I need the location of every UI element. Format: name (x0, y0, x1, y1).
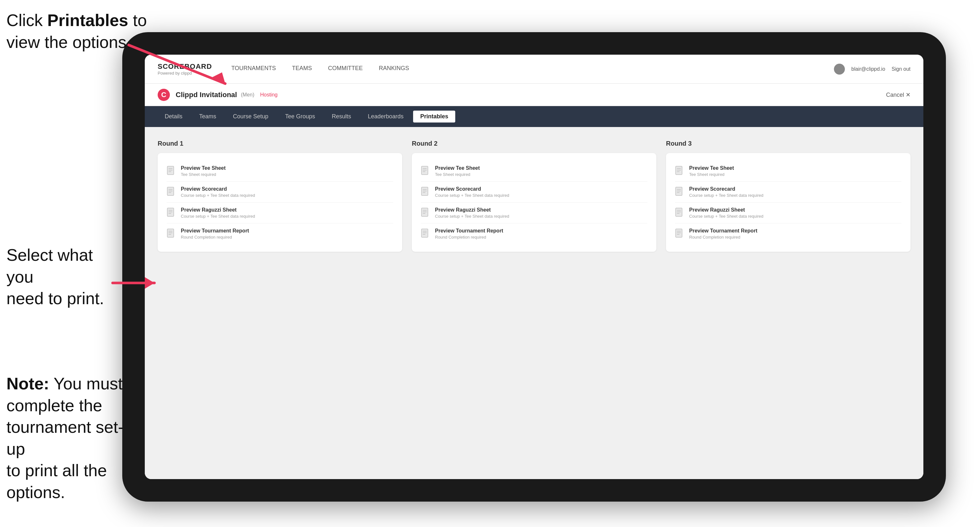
round-3-raguzzi-subtitle: Course setup + Tee Sheet data required (689, 214, 764, 219)
svg-rect-16 (167, 229, 174, 237)
round-1-raguzzi-subtitle: Course setup + Tee Sheet data required (181, 214, 255, 219)
round-3-tournament-report-subtitle: Round Completion required (689, 235, 757, 240)
tab-teams[interactable]: Teams (192, 111, 223, 122)
cancel-button[interactable]: Cancel ✕ (886, 91, 910, 98)
round-2-tournament-report-text: Preview Tournament Report Round Completi… (435, 228, 503, 240)
round-2-tournament-report-title: Preview Tournament Report (435, 228, 503, 234)
round-2-card: Preview Tee Sheet Tee Sheet required (412, 153, 656, 252)
svg-marker-3 (145, 277, 154, 289)
instruction-bottom: Note: You mustcomplete thetournament set… (6, 373, 129, 503)
main-content: Round 1 Preview Tee Sheet Tee S (145, 127, 923, 479)
nav-rankings[interactable]: RANKINGS (379, 65, 409, 73)
round-3-tournament-report[interactable]: Preview Tournament Report Round Completi… (675, 224, 902, 244)
nav-links: TOURNAMENTS TEAMS COMMITTEE RANKINGS (231, 65, 834, 73)
round-2-tournament-report[interactable]: Preview Tournament Report Round Completi… (421, 224, 648, 244)
document-icon (421, 166, 430, 176)
round-2-scorecard[interactable]: Preview Scorecard Course setup + Tee She… (421, 182, 648, 203)
round-1-tee-sheet-subtitle: Tee Sheet required (181, 172, 226, 177)
round-1-scorecard-subtitle: Course setup + Tee Sheet data required (181, 193, 255, 198)
nav-teams[interactable]: TEAMS (292, 65, 312, 73)
round-2-scorecard-subtitle: Course setup + Tee Sheet data required (435, 193, 509, 198)
round-1-raguzzi[interactable]: Preview Raguzzi Sheet Course setup + Tee… (167, 203, 393, 224)
document-icon (675, 187, 684, 197)
tablet-device: SCOREBOARD Powered by clippd TOURNAMENTS… (122, 32, 946, 502)
document-icon (675, 208, 684, 218)
round-1-raguzzi-text: Preview Raguzzi Sheet Course setup + Tee… (181, 207, 255, 219)
instruction-bold: Printables (47, 11, 128, 30)
document-icon (675, 229, 684, 239)
round-2-tee-sheet-subtitle: Tee Sheet required (435, 172, 480, 177)
svg-rect-20 (422, 166, 428, 175)
round-3-tee-sheet-subtitle: Tee Sheet required (689, 172, 734, 177)
instruction-bottom-bold: Note: (6, 374, 49, 393)
round-1-card: Preview Tee Sheet Tee Sheet required (158, 153, 402, 252)
instruction-middle: Select what you need to print. (6, 244, 116, 310)
round-3-tee-sheet[interactable]: Preview Tee Sheet Tee Sheet required (675, 161, 902, 182)
round-1-tournament-report-text: Preview Tournament Report Round Completi… (181, 228, 249, 240)
round-1-scorecard-text: Preview Scorecard Course setup + Tee She… (181, 186, 255, 198)
round-3-card: Preview Tee Sheet Tee Sheet required (666, 153, 910, 252)
round-1-tee-sheet[interactable]: Preview Tee Sheet Tee Sheet required (167, 161, 393, 182)
document-icon (421, 229, 430, 239)
tablet-screen: SCOREBOARD Powered by clippd TOURNAMENTS… (145, 55, 923, 479)
round-3-section: Round 3 Preview Tee Sheet Tee S (666, 140, 910, 252)
round-3-scorecard-text: Preview Scorecard Course setup + Tee She… (689, 186, 764, 198)
sign-out-link[interactable]: Sign out (891, 66, 910, 72)
document-icon (421, 208, 430, 218)
round-3-raguzzi[interactable]: Preview Raguzzi Sheet Course setup + Tee… (675, 203, 902, 224)
round-2-scorecard-text: Preview Scorecard Course setup + Tee She… (435, 186, 509, 198)
round-2-tee-sheet-title: Preview Tee Sheet (435, 165, 480, 171)
round-2-raguzzi-title: Preview Raguzzi Sheet (435, 207, 509, 213)
tournament-status: Hosting (260, 92, 277, 98)
round-3-scorecard-title: Preview Scorecard (689, 186, 764, 192)
round-2-section: Round 2 Preview Tee Sheet Tee S (412, 140, 656, 252)
round-2-scorecard-title: Preview Scorecard (435, 186, 509, 192)
svg-rect-44 (676, 208, 682, 216)
instruction-middle-line1: Select what you (6, 246, 93, 286)
round-1-title: Round 1 (158, 140, 402, 147)
round-3-tee-sheet-title: Preview Tee Sheet (689, 165, 734, 171)
document-icon (167, 208, 176, 218)
svg-rect-36 (676, 166, 682, 175)
tab-details[interactable]: Details (158, 111, 189, 122)
round-2-tee-sheet-text: Preview Tee Sheet Tee Sheet required (435, 165, 480, 177)
svg-rect-48 (676, 229, 682, 237)
round-3-title: Round 3 (666, 140, 910, 147)
svg-rect-40 (676, 187, 682, 195)
round-3-scorecard-subtitle: Course setup + Tee Sheet data required (689, 193, 764, 198)
round-2-tournament-report-subtitle: Round Completion required (435, 235, 503, 240)
round-3-raguzzi-title: Preview Raguzzi Sheet (689, 207, 764, 213)
round-3-raguzzi-text: Preview Raguzzi Sheet Course setup + Tee… (689, 207, 764, 219)
arrow-middle-icon (106, 270, 164, 296)
round-1-tournament-report-subtitle: Round Completion required (181, 235, 249, 240)
user-email: blair@clippd.io (851, 66, 885, 72)
svg-rect-8 (167, 187, 174, 195)
round-2-raguzzi[interactable]: Preview Raguzzi Sheet Course setup + Tee… (421, 203, 648, 224)
tab-printables[interactable]: Printables (413, 111, 455, 122)
nav-user: blair@clippd.io Sign out (834, 63, 910, 75)
round-3-tee-sheet-text: Preview Tee Sheet Tee Sheet required (689, 165, 734, 177)
tab-results[interactable]: Results (325, 111, 358, 122)
instruction-top-text: Click (6, 11, 47, 30)
document-icon (167, 229, 176, 239)
sub-header: C Clippd Invitational (Men) Hosting Canc… (145, 84, 923, 106)
tab-leaderboards[interactable]: Leaderboards (361, 111, 410, 122)
document-icon (167, 187, 176, 197)
round-1-scorecard[interactable]: Preview Scorecard Course setup + Tee She… (167, 182, 393, 203)
svg-rect-24 (422, 187, 428, 195)
round-1-tournament-report[interactable]: Preview Tournament Report Round Completi… (167, 224, 393, 244)
round-1-scorecard-title: Preview Scorecard (181, 186, 255, 192)
round-2-tee-sheet[interactable]: Preview Tee Sheet Tee Sheet required (421, 161, 648, 182)
svg-line-0 (129, 45, 225, 84)
tab-bar: Details Teams Course Setup Tee Groups Re… (145, 106, 923, 127)
svg-rect-28 (422, 208, 428, 216)
document-icon (675, 166, 684, 176)
tab-course-setup[interactable]: Course Setup (226, 111, 275, 122)
round-1-raguzzi-title: Preview Raguzzi Sheet (181, 207, 255, 213)
arrow-top-icon (103, 38, 238, 97)
tab-tee-groups[interactable]: Tee Groups (278, 111, 322, 122)
nav-committee[interactable]: COMMITTEE (328, 65, 363, 73)
round-3-scorecard[interactable]: Preview Scorecard Course setup + Tee She… (675, 182, 902, 203)
round-3-tournament-report-title: Preview Tournament Report (689, 228, 757, 234)
tournament-badge: (Men) (241, 92, 255, 98)
